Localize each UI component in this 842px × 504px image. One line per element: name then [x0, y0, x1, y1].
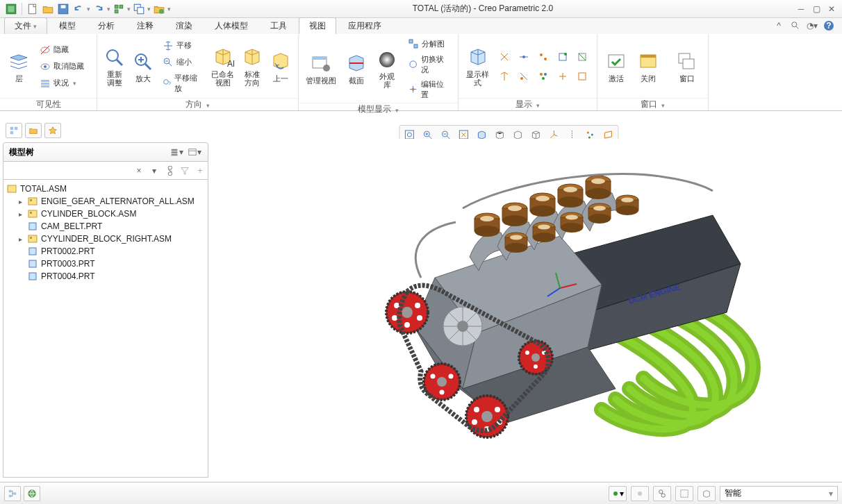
sb-select-icon[interactable]: [675, 486, 693, 501]
tab-model[interactable]: 模型: [49, 17, 86, 34]
tree-tab-folder[interactable]: [25, 123, 42, 138]
grid-icon-6[interactable]: [495, 67, 513, 85]
redo-icon[interactable]: [92, 2, 106, 16]
svg-rect-69: [29, 248, 36, 255]
regenerate-icon[interactable]: [112, 2, 126, 16]
help-icon[interactable]: ?: [823, 19, 835, 32]
standard-orient-button[interactable]: 标准 方向: [239, 44, 265, 89]
svg-point-84: [591, 134, 593, 136]
new-icon[interactable]: [26, 2, 40, 16]
svg-rect-63: [30, 199, 32, 201]
activate-window-button[interactable]: 激活: [602, 49, 631, 85]
display-style-button[interactable]: 显示样 式: [463, 44, 493, 89]
unhide-button[interactable]: 取消隐藏: [36, 59, 88, 74]
pan-zoom-button[interactable]: 平移缩放: [159, 72, 204, 95]
tab-manikin[interactable]: 人体模型: [204, 17, 258, 34]
close-window-button[interactable]: 关闭: [634, 49, 663, 85]
sb-dot-off-icon[interactable]: [631, 486, 649, 501]
tree-root[interactable]: TOTAL.ASM: [5, 183, 206, 195]
named-views-button[interactable]: AB已命名 视图: [210, 44, 236, 89]
tree-tab-model[interactable]: [6, 123, 22, 138]
sb-find-icon[interactable]: [653, 486, 671, 501]
status-button[interactable]: 状况▾: [36, 76, 88, 91]
grid-icon-5[interactable]: [573, 48, 591, 66]
hide-button[interactable]: 隐藏: [36, 42, 88, 58]
tree-item[interactable]: PRT0002.PRT: [5, 245, 206, 258]
zoom-out-button[interactable]: 缩小: [159, 55, 204, 70]
tree-item[interactable]: ▸CYLINDER_BLOCK.ASM: [5, 208, 206, 220]
selection-filter-dropdown[interactable]: 智能▾: [720, 486, 838, 501]
open-icon[interactable]: [41, 2, 55, 16]
tab-view[interactable]: 视图: [299, 17, 336, 34]
svg-point-101: [563, 187, 577, 192]
tree-item[interactable]: CAM_BELT.PRT: [5, 220, 206, 233]
zoom-in-button[interactable]: 放大: [131, 49, 157, 85]
tab-analysis[interactable]: 分析: [88, 17, 125, 34]
group-label-orient: 方向: [185, 99, 202, 110]
windows-icon[interactable]: [132, 2, 146, 16]
learn-icon[interactable]: ◔▾: [806, 19, 818, 32]
layer-button[interactable]: 层: [4, 49, 33, 85]
svg-point-144: [449, 374, 454, 379]
pan-button[interactable]: 平移: [159, 38, 204, 53]
previous-view-button[interactable]: 上一: [268, 49, 295, 85]
save-icon[interactable]: [56, 2, 70, 16]
grid-icon-10[interactable]: [573, 67, 591, 85]
tree-dropdown-icon[interactable]: ▾: [147, 163, 162, 178]
minimize-button[interactable]: ─: [795, 3, 807, 15]
close-button[interactable]: ✕: [825, 3, 838, 15]
grid-icon-1[interactable]: [495, 48, 513, 66]
tree-display-icon[interactable]: ▾: [187, 145, 202, 159]
refit-button[interactable]: 重新 调整: [101, 44, 128, 89]
sb-browser-icon[interactable]: [24, 486, 40, 501]
tab-tools[interactable]: 工具: [260, 17, 297, 34]
tree-search-input[interactable]: [3, 163, 131, 178]
svg-point-22: [107, 50, 118, 61]
grid-icon-3[interactable]: [534, 48, 552, 66]
logo-icon[interactable]: [4, 2, 18, 16]
svg-point-89: [480, 216, 494, 221]
tree-tab-star[interactable]: [44, 123, 61, 138]
sb-geom-icon[interactable]: [697, 486, 716, 501]
grid-icon-7[interactable]: [515, 67, 533, 85]
collapse-ribbon-icon[interactable]: ^: [773, 19, 785, 32]
tree-settings-icon[interactable]: ▾: [169, 145, 184, 159]
tree-item[interactable]: PRT0003.PRT: [5, 258, 206, 270]
tree-filter-icon[interactable]: [177, 163, 192, 178]
tree-item[interactable]: PRT0004.PRT: [5, 270, 206, 283]
tree-item[interactable]: ▸ENGIE_GEAR_ALTERNATOR_ALL.ASM: [5, 195, 206, 208]
model-tree[interactable]: TOTAL.ASM ▸ENGIE_GEAR_ALTERNATOR_ALL.ASM…: [3, 180, 208, 478]
grid-icon-8[interactable]: [534, 67, 552, 85]
workdir-icon[interactable]: [152, 2, 166, 16]
tab-annotate[interactable]: 注释: [126, 17, 164, 34]
grid-icon-9[interactable]: [554, 67, 572, 85]
ribbon: 层 隐藏 取消隐藏 状况▾ 可见性 重新 调整 放大 平移 缩小 平移缩放 AB…: [0, 35, 842, 111]
svg-rect-163: [9, 489, 12, 492]
graphics-viewport[interactable]: DCM ENGINE: [211, 139, 839, 479]
tab-file[interactable]: 文件 ▾: [4, 17, 47, 34]
appearance-button[interactable]: 外观 库: [373, 47, 402, 91]
tree-add-icon[interactable]: +: [192, 163, 208, 178]
windows-button[interactable]: 窗口: [672, 49, 702, 85]
manage-views-button[interactable]: 管理视图: [303, 51, 339, 87]
svg-text:?: ?: [826, 21, 831, 31]
maximize-button[interactable]: ▢: [810, 3, 823, 15]
edit-position-button[interactable]: 编辑位置: [404, 78, 454, 101]
toggle-state-button[interactable]: 切换状况: [404, 53, 454, 76]
tree-item[interactable]: ▸CYYLINDER_BLOCK_RIGHT.ASM: [5, 233, 206, 245]
grid-icon-2[interactable]: [515, 48, 533, 66]
svg-point-40: [522, 56, 525, 58]
tab-render[interactable]: 渲染: [165, 17, 203, 34]
search-icon[interactable]: [789, 19, 802, 32]
tab-apps[interactable]: 应用程序: [338, 17, 392, 34]
svg-rect-65: [30, 212, 32, 214]
section-button[interactable]: 截面: [342, 51, 370, 87]
svg-rect-61: [8, 185, 16, 192]
sb-dot-green-icon[interactable]: ▾: [609, 486, 627, 501]
grid-icon-4[interactable]: [554, 48, 572, 66]
tree-clear-icon[interactable]: ×: [131, 163, 147, 178]
sb-tree-icon[interactable]: [4, 486, 21, 501]
undo-icon[interactable]: [72, 2, 85, 16]
tree-find-icon[interactable]: [162, 163, 177, 178]
explode-button[interactable]: 分解图: [404, 36, 454, 51]
